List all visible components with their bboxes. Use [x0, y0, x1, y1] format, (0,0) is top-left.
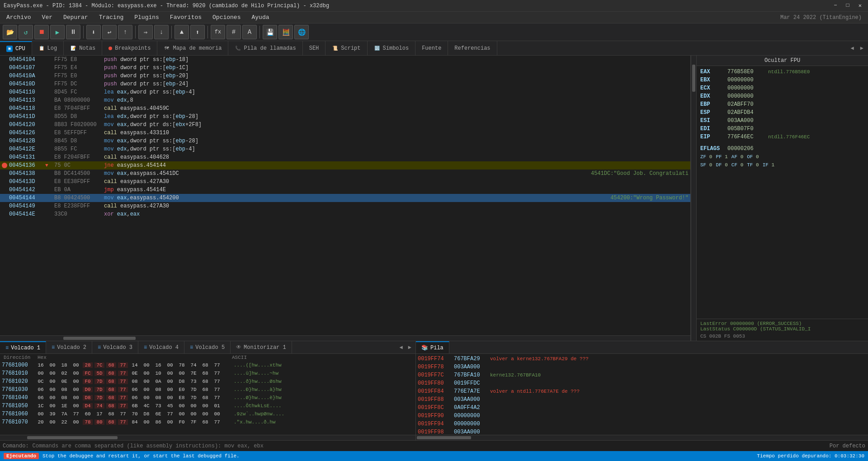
menu-favoritos[interactable]: Favoritos [165, 13, 206, 22]
toolbar-calc[interactable]: 🧮 [278, 25, 293, 39]
stack-tab[interactable]: 📚 Pila [416, 341, 449, 353]
disasm-hscroll[interactable] [0, 335, 690, 341]
disasm-row[interactable]: 00454131E8 F204FBFFcall easypass.404628 [0, 153, 690, 161]
dump-row[interactable]: 776810200C000E00F07D687708000A00D8736877… [2, 377, 414, 386]
dump-row[interactable]: 7768103006000800D07D687706000800E07D6877… [2, 386, 414, 394]
menu-opciones[interactable]: Opciones [208, 13, 245, 22]
dump-hscroll-thumb[interactable] [27, 436, 118, 439]
stack-row[interactable]: 0019FF74767BFA29volver a kerne132.767BFA… [418, 355, 866, 363]
disasm-row[interactable]: 0045410AFF75 E0push dword ptr ss:[ebp-20… [0, 72, 690, 80]
stack-row[interactable]: 0019FF9000000000 [418, 412, 866, 420]
toolbar-expr[interactable]: fx [211, 25, 225, 39]
command-input[interactable] [33, 443, 826, 449]
toolbar-save[interactable]: 💾 [263, 25, 277, 39]
stack-row[interactable]: 0019FF78003AA000 [418, 363, 866, 371]
disasm-row[interactable]: 0045410DFF75 DCpush dword ptr ss:[ebp-24… [0, 80, 690, 88]
stack-row[interactable]: 0019FF9400000000 [418, 420, 866, 428]
menu-archivo[interactable]: Archivo [2, 13, 36, 22]
stack-row[interactable]: 0019FF7C767BFA10kerne132.767BFA10 [418, 371, 866, 379]
tab-log[interactable]: 📋 Log [32, 41, 64, 55]
vscroll-thumb[interactable] [692, 65, 695, 92]
toolbar-run[interactable]: ▶ [50, 25, 65, 39]
stack-row[interactable]: 0019FF98003AA000 [418, 428, 866, 435]
disasm-row[interactable]: 00454126E8 5EFFDFFcall easypass.433110 [0, 129, 690, 137]
toolbar-stop[interactable]: ⏹ [34, 25, 49, 39]
toolbar-hex[interactable]: # [226, 25, 241, 39]
tab-notas[interactable]: 📝 Notas [64, 41, 102, 55]
dump-tab-volcado2[interactable]: ≡ Volcado 2 [46, 341, 92, 353]
disasm-row[interactable]: 00454144B8 00424500mov eax,easypass.4542… [0, 194, 690, 202]
dump-tab-volcado5[interactable]: ≡ Volcado 5 [184, 341, 231, 353]
toolbar-open[interactable]: 📂 [3, 25, 17, 39]
stack-row[interactable]: 0019FF800019FFDC [418, 379, 866, 387]
dump-tab-monitorizar[interactable]: 👁 Monitorizar 1 [231, 341, 292, 353]
toolbar-web[interactable]: 🌐 [294, 25, 309, 39]
disasm-row[interactable]: 0045412E8B55 FCmov edx,dword ptr ss:[ebp… [0, 145, 690, 153]
toolbar-pause[interactable]: ⏸ [66, 25, 80, 39]
toolbar-step-out[interactable]: ↑ [118, 25, 132, 39]
tab-simbolos[interactable]: 🔣 Símbolos [368, 41, 416, 55]
tab-breakpoints[interactable]: Breakpoints [102, 41, 157, 55]
stack-row[interactable]: 0019FF8C0A0FF4A2 [418, 404, 866, 412]
dump-tab-volcado4[interactable]: ≡ Volcado 4 [138, 341, 184, 353]
minimize-btn[interactable]: − [831, 1, 840, 10]
toolbar-step-into[interactable]: ⬇ [86, 25, 101, 39]
disasm-row[interactable]: 00454118E8 7F04FBFFcall easypass.40459C [0, 104, 690, 113]
disasm-row[interactable]: 004541208B83 F8020000mov eax,dword ptr d… [0, 121, 690, 129]
disasm-row[interactable]: 00454107FF75 E4push dword ptr ss:[ebp-1C… [0, 64, 690, 72]
close-btn[interactable]: ✕ [856, 1, 864, 10]
tab-arrow-left[interactable]: ◀ [848, 44, 857, 52]
dump-row[interactable]: 776810501C001E00D47468776B4C734500000001… [2, 402, 414, 410]
toolbar-run-to-ret[interactable]: ↓ [154, 25, 169, 39]
tab-arrow-right[interactable]: ▶ [858, 44, 866, 52]
menu-ayuda[interactable]: Ayuda [247, 13, 274, 22]
tab-seh[interactable]: SEH [303, 41, 326, 55]
dump-nav-left[interactable]: ◀ [397, 343, 405, 352]
disasm-row[interactable]: 0045411D8D55 D8lea edx,dword ptr ss:[ebp… [0, 113, 690, 121]
tab-fuente[interactable]: Fuente [415, 41, 448, 55]
disasm-row[interactable]: 00454113BA 08000000mov edx,8 [0, 96, 690, 104]
menu-tracing[interactable]: Tracing [94, 13, 128, 22]
toolbar-jumpto[interactable]: ⬆ [190, 25, 205, 39]
menu-depurar[interactable]: Depurar [59, 13, 93, 22]
hscroll-thumb[interactable] [63, 337, 136, 340]
disasm-row[interactable]: 0045414E33C0xor eax,eax [0, 210, 690, 218]
toolbar-str[interactable]: A [242, 25, 257, 39]
disasm-row[interactable]: 00454104FF75 E8push dword ptr ss:[ebp-18… [0, 56, 690, 64]
toolbar-restart[interactable]: ↺ [19, 25, 33, 39]
stack-hscroll-thumb[interactable] [417, 436, 471, 439]
dump-row[interactable]: 7768104006000800D87D687706000800E87D6877… [2, 394, 414, 402]
disasm-row[interactable]: 00454136▼75 0Cjne easypass.454144 [0, 161, 690, 169]
disasm-row[interactable]: 0045412B8B45 D8mov eax,dword ptr ss:[ebp… [0, 137, 690, 145]
disasm-row[interactable]: 00454142EB 0Ajmp easypass.45414E [0, 186, 690, 194]
disasm-vscroll[interactable] [691, 56, 696, 341]
dump-row[interactable]: 7768106000397A776017687770D86E7700000000… [2, 410, 414, 418]
tab-referencias[interactable]: Referencias [448, 41, 497, 55]
tab-cpu[interactable]: ▣ CPU [0, 41, 32, 55]
disasm-row[interactable]: 00454149E8 E238FDFFcall easypass.427A30 [0, 202, 690, 210]
tab-pila[interactable]: 📞 Pila de llamadas [228, 41, 302, 55]
stack-scrollbar[interactable] [416, 435, 868, 440]
dump-row[interactable]: 7768101000000200FC5D68770E001000007E6877… [2, 369, 414, 377]
dump-scrollbar[interactable] [0, 435, 415, 440]
toolbar-goto[interactable]: ▲ [175, 25, 189, 39]
dump-row[interactable]: 77681070200022007880687784008600F07F6877… [2, 418, 414, 426]
dump-nav-right[interactable]: ▶ [406, 343, 414, 352]
stack-row[interactable]: 0019FF84776E7A7Evolver a ntdll.776E7A7E … [418, 387, 866, 395]
menu-plugins[interactable]: Plugins [130, 13, 164, 22]
stack-row[interactable]: 0019FF88003AA000 [418, 395, 866, 404]
maximize-btn[interactable]: □ [844, 1, 852, 10]
dump-tab-volcado1[interactable]: ≡ Volcado 1 [0, 341, 46, 353]
toolbar-run-to-call[interactable]: ⇒ [138, 25, 153, 39]
dump-row[interactable]: 7768100016001800287C68771400160078746877… [2, 361, 414, 369]
dump-tab-volcado3[interactable]: ≡ Volcado 3 [92, 341, 138, 353]
disasm-row[interactable]: 00454138B8 DC414500mov eax,easypass.4541… [0, 169, 690, 178]
fpu-toggle[interactable]: Ocultar FPU [697, 56, 868, 66]
disasm-row[interactable]: 0045413DE8 EE38FDFFcall easypass.427A30 [0, 178, 690, 186]
tab-mapa[interactable]: 🗺 Mapa de memoria [157, 41, 228, 55]
tab-script[interactable]: 📜 Script [326, 41, 367, 55]
toolbar-step-over[interactable]: ↩ [102, 25, 117, 39]
disasm-row[interactable]: 004541108D45 FClea eax,dword ptr ss:[ebp… [0, 88, 690, 96]
menu-ver[interactable]: Ver [38, 13, 57, 22]
disasm-table[interactable]: 00454104FF75 E8push dword ptr ss:[ebp-18… [0, 56, 690, 335]
